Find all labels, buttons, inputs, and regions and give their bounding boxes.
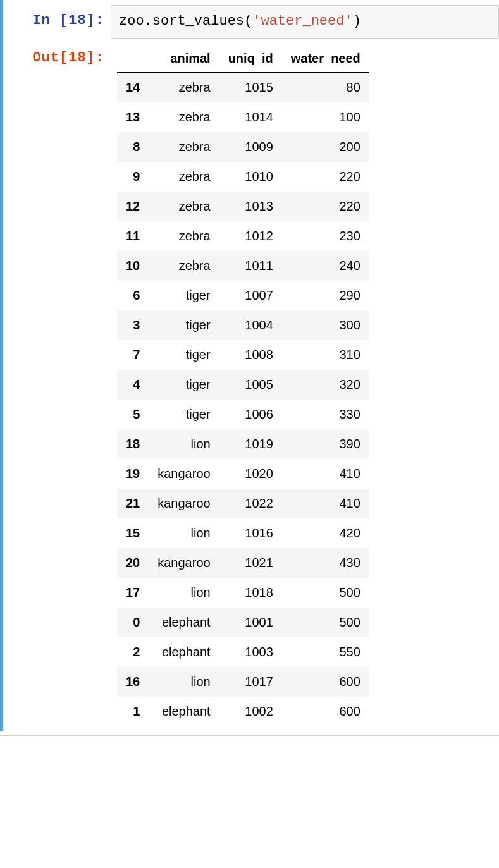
cell-animal: zebra [149, 162, 219, 192]
table-row: 11zebra1012230 [117, 221, 369, 251]
row-index: 11 [117, 221, 149, 251]
row-index: 13 [117, 102, 149, 132]
table-row: 21kangaroo1022410 [117, 489, 369, 518]
row-index: 14 [117, 72, 149, 102]
cell-animal: tiger [149, 370, 219, 400]
index-header [117, 45, 149, 73]
cell-uniq_id: 1014 [219, 102, 282, 132]
cell-animal: zebra [149, 72, 219, 102]
cell-uniq_id: 1011 [219, 251, 282, 281]
table-row: 6tiger1007290 [117, 281, 369, 310]
cell-water_need: 230 [282, 221, 369, 251]
cell-water_need: 600 [282, 667, 369, 697]
cell-animal: zebra [149, 132, 219, 162]
cell-uniq_id: 1013 [219, 192, 282, 221]
cell-animal: tiger [149, 310, 219, 340]
cell-animal: lion [149, 518, 219, 548]
cell-uniq_id: 1020 [219, 459, 282, 489]
row-index: 3 [117, 310, 149, 340]
cell-water_need: 390 [282, 429, 369, 459]
cell-uniq_id: 1007 [219, 281, 282, 310]
input-row: In [18]: zoo.sort_values('water_need') [3, 5, 499, 39]
cell-animal: elephant [149, 608, 219, 637]
cell-water_need: 430 [282, 548, 369, 578]
row-index: 8 [117, 132, 149, 162]
row-index: 18 [117, 429, 149, 459]
table-header-row: animal uniq_id water_need [117, 45, 369, 73]
table-row: 20kangaroo1021430 [117, 548, 369, 578]
table-row: 15lion1016420 [117, 518, 369, 548]
cell-water_need: 320 [282, 370, 369, 400]
row-index: 10 [117, 251, 149, 281]
output-row: Out[18]: animal uniq_id water_need 14zeb… [3, 42, 499, 726]
row-index: 12 [117, 192, 149, 221]
cell-animal: tiger [149, 281, 219, 310]
table-row: 13zebra1014100 [117, 102, 369, 132]
table-row: 19kangaroo1020410 [117, 459, 369, 489]
code-text-suffix: ) [353, 13, 361, 29]
table-row: 4tiger1005320 [117, 370, 369, 400]
cell-animal: lion [149, 429, 219, 459]
table-row: 17lion1018500 [117, 578, 369, 608]
cell-water_need: 220 [282, 162, 369, 192]
cell-water_need: 310 [282, 340, 369, 370]
cell-water_need: 200 [282, 132, 369, 162]
cell-divider [0, 735, 499, 736]
cell-uniq_id: 1001 [219, 608, 282, 637]
cell-animal: elephant [149, 637, 219, 667]
row-index: 15 [117, 518, 149, 548]
code-string-literal: 'water_need' [252, 13, 352, 29]
cell-water_need: 330 [282, 400, 369, 429]
cell-animal: lion [149, 578, 219, 608]
cell-water_need: 500 [282, 608, 369, 637]
cell-uniq_id: 1022 [219, 489, 282, 518]
cell-uniq_id: 1008 [219, 340, 282, 370]
cell-water_need: 550 [282, 637, 369, 667]
cell-animal: zebra [149, 192, 219, 221]
table-row: 2elephant1003550 [117, 637, 369, 667]
table-row: 1elephant1002600 [117, 697, 369, 726]
table-row: 16lion1017600 [117, 667, 369, 697]
cell-water_need: 220 [282, 192, 369, 221]
row-index: 0 [117, 608, 149, 637]
table-row: 8zebra1009200 [117, 132, 369, 162]
table-row: 12zebra1013220 [117, 192, 369, 221]
output-area: animal uniq_id water_need 14zebra1015801… [111, 42, 499, 726]
cell-animal: kangaroo [149, 489, 219, 518]
output-prompt: Out[18]: [3, 42, 111, 75]
row-index: 7 [117, 340, 149, 370]
row-index: 19 [117, 459, 149, 489]
table-row: 14zebra101580 [117, 72, 369, 102]
cell-uniq_id: 1009 [219, 132, 282, 162]
cell-animal: zebra [149, 251, 219, 281]
cell-uniq_id: 1016 [219, 518, 282, 548]
table-row: 9zebra1010220 [117, 162, 369, 192]
row-index: 20 [117, 548, 149, 578]
cell-uniq_id: 1017 [219, 667, 282, 697]
cell-uniq_id: 1021 [219, 548, 282, 578]
cell-animal: kangaroo [149, 548, 219, 578]
cell-water_need: 500 [282, 578, 369, 608]
input-prompt: In [18]: [3, 5, 111, 39]
table-row: 3tiger1004300 [117, 310, 369, 340]
cell-water_need: 240 [282, 251, 369, 281]
table-row: 18lion1019390 [117, 429, 369, 459]
table-row: 5tiger1006330 [117, 400, 369, 429]
cell-animal: zebra [149, 221, 219, 251]
code-input[interactable]: zoo.sort_values('water_need') [111, 5, 499, 39]
code-text-prefix: zoo.sort_values( [119, 13, 252, 29]
row-index: 16 [117, 667, 149, 697]
cell-water_need: 420 [282, 518, 369, 548]
cell-animal: kangaroo [149, 459, 219, 489]
cell-uniq_id: 1018 [219, 578, 282, 608]
cell-uniq_id: 1004 [219, 310, 282, 340]
row-index: 9 [117, 162, 149, 192]
column-header-animal: animal [149, 45, 219, 73]
table-row: 10zebra1011240 [117, 251, 369, 281]
row-index: 6 [117, 281, 149, 310]
cell-uniq_id: 1019 [219, 429, 282, 459]
cell-water_need: 600 [282, 697, 369, 726]
row-index: 2 [117, 637, 149, 667]
cell-uniq_id: 1012 [219, 221, 282, 251]
cell-water_need: 290 [282, 281, 369, 310]
